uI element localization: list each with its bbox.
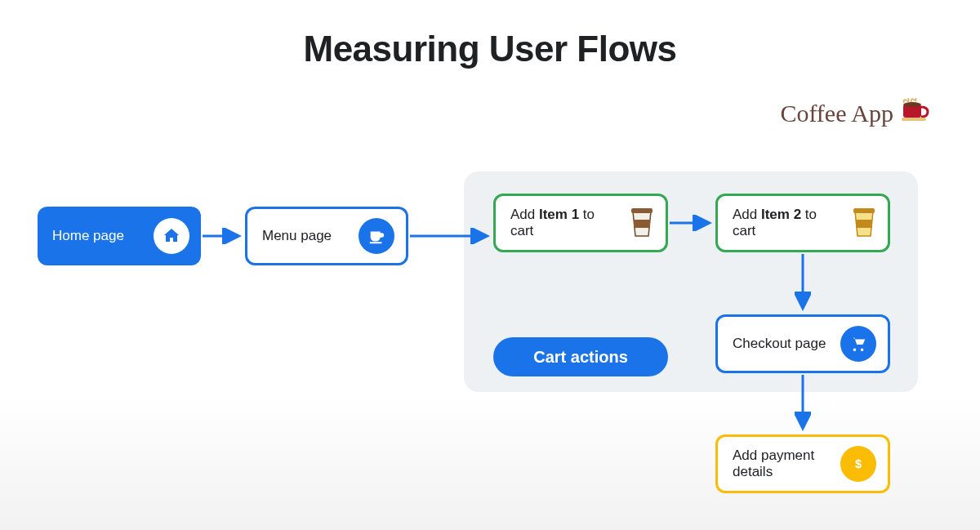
arrow-icon	[201, 228, 245, 244]
node-add-payment: Add payment details $	[715, 434, 890, 493]
node-menu-page: Menu page	[245, 207, 408, 265]
cart-actions-label: Cart actions	[493, 337, 668, 376]
dollar-icon: $	[840, 446, 876, 482]
node-label: Add Item 2 to cart	[733, 207, 844, 240]
coffee-cup-icon	[902, 98, 931, 128]
node-label: Menu page	[262, 228, 350, 244]
svg-text:$: $	[855, 457, 862, 470]
togo-cup-icon	[630, 205, 654, 242]
svg-rect-4	[634, 220, 650, 228]
home-icon	[154, 218, 189, 254]
node-label: Checkout page	[733, 336, 832, 352]
node-checkout-page: Checkout page	[715, 314, 890, 373]
diagram-canvas: Measuring User Flows Coffee App Home pag…	[0, 0, 980, 530]
node-label: Home page	[52, 228, 145, 244]
coffee-mug-icon	[359, 218, 394, 254]
svg-rect-2	[902, 118, 926, 121]
app-brand: Coffee App	[780, 98, 931, 128]
togo-cup-icon	[852, 205, 876, 242]
node-add-item-1: Add Item 1 to cart	[493, 194, 668, 252]
node-home-page: Home page	[38, 207, 201, 265]
app-brand-name: Coffee App	[780, 100, 893, 127]
node-label: Add payment details	[733, 448, 832, 481]
svg-rect-5	[853, 208, 875, 213]
svg-point-1	[903, 102, 921, 107]
svg-rect-3	[631, 208, 653, 213]
page-title: Measuring User Flows	[0, 29, 980, 69]
svg-rect-6	[856, 220, 872, 228]
node-label: Add Item 1 to cart	[510, 207, 621, 240]
cart-icon	[840, 326, 876, 362]
node-add-item-2: Add Item 2 to cart	[715, 194, 890, 252]
